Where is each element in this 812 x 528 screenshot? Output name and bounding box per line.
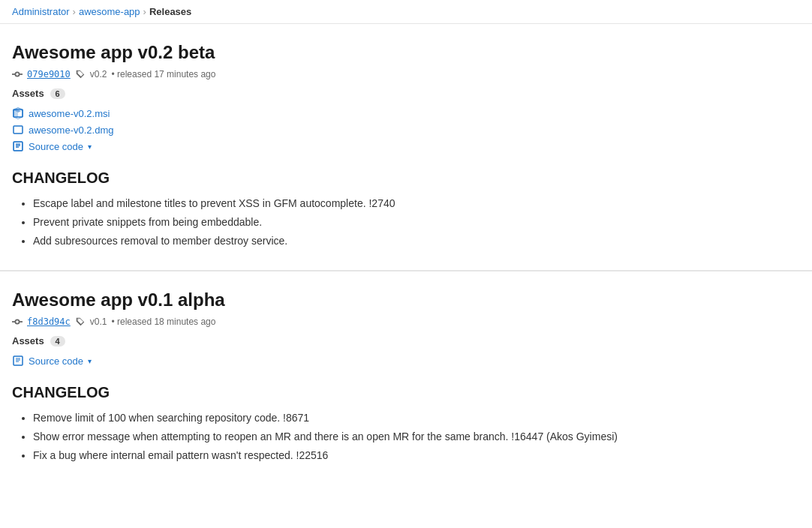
commit-hash-link[interactable]: 079e9010: [27, 69, 71, 80]
changelog-item: Remove limit of 100 when searching repos…: [33, 410, 800, 426]
release-time: • released 17 minutes ago: [111, 69, 215, 80]
tag-name: v0.2: [90, 69, 107, 80]
assets-label: Assets: [12, 335, 44, 346]
source-code-icon: [12, 140, 24, 152]
release-time: • released 18 minutes ago: [111, 316, 215, 327]
svg-point-6: [15, 320, 19, 323]
commit-hash-link[interactable]: f8d3d94c: [27, 316, 71, 327]
breadcrumb-separator-2: ›: [143, 6, 146, 17]
breadcrumb-repo-link[interactable]: awesome-app: [79, 6, 140, 17]
svg-rect-4: [14, 126, 23, 134]
asset-file-link[interactable]: awesome-v0.2.msi: [12, 105, 800, 122]
source-code-label: Source code: [29, 141, 83, 152]
changelog-item: Add subresources removal to member destr…: [33, 233, 800, 249]
release-title: Awesome app v0.1 alpha: [12, 290, 800, 310]
changelog-list: Remove limit of 100 when searching repos…: [12, 410, 800, 464]
release-entry: Awesome app v0.2 beta 079e9010 v0.2 • re…: [0, 24, 812, 271]
changelog-heading: CHANGELOG: [12, 170, 800, 187]
changelog-section: CHANGELOG Escape label and milestone tit…: [12, 170, 800, 249]
assets-section: Assets 4: [12, 334, 800, 346]
release-meta: f8d3d94c v0.1 • released 18 minutes ago: [12, 316, 800, 327]
assets-section: Assets 6: [12, 87, 800, 99]
release-title: Awesome app v0.2 beta: [12, 42, 800, 63]
assets-label: Assets: [12, 88, 44, 99]
source-code-label: Source code: [29, 356, 83, 367]
svg-point-0: [15, 72, 19, 76]
release-meta: 079e9010 v0.2 • released 17 minutes ago: [12, 69, 800, 80]
source-code-chevron: ▾: [88, 357, 92, 365]
asset-files-list: awesome-v0.2.msi awesome-v0.2.dmg: [12, 105, 800, 138]
releases-container: Awesome app v0.2 beta 079e9010 v0.2 • re…: [0, 24, 812, 484]
breadcrumb-separator-1: ›: [73, 6, 76, 17]
source-code-icon: [12, 355, 24, 367]
svg-rect-9: [14, 356, 23, 365]
package-icon: [12, 124, 24, 136]
breadcrumb: Administrator › awesome-app › Releases: [0, 0, 812, 24]
changelog-item: Show error message when attempting to re…: [33, 429, 800, 445]
source-code-link[interactable]: Source code ▾: [12, 138, 800, 154]
changelog-item: Fix a bug where internal email pattern w…: [33, 448, 800, 464]
changelog-section: CHANGELOG Remove limit of 100 when searc…: [12, 384, 800, 464]
asset-file-link[interactable]: awesome-v0.2.dmg: [12, 122, 800, 138]
breadcrumb-current: Releases: [149, 6, 191, 17]
breadcrumb-admin-link[interactable]: Administrator: [12, 6, 70, 17]
asset-file-name: awesome-v0.2.dmg: [29, 124, 113, 136]
commit-icon: [12, 69, 23, 80]
source-code-link[interactable]: Source code ▾: [12, 352, 800, 369]
changelog-item: Escape label and milestone titles to pre…: [33, 196, 800, 212]
tag-icon: [75, 316, 86, 327]
package-icon: [12, 107, 24, 119]
changelog-heading: CHANGELOG: [12, 384, 800, 401]
tag-icon: [75, 69, 86, 80]
source-code-chevron: ▾: [88, 142, 92, 151]
assets-count: 6: [50, 88, 65, 99]
asset-file-name: awesome-v0.2.msi: [29, 108, 110, 119]
changelog-list: Escape label and milestone titles to pre…: [12, 196, 800, 249]
changelog-item: Prevent private snippets from being embe…: [33, 214, 800, 230]
assets-count: 4: [50, 336, 65, 346]
release-entry: Awesome app v0.1 alpha f8d3d94c v0.1 • r…: [0, 272, 812, 484]
release-divider: [0, 271, 812, 272]
tag-name: v0.1: [90, 316, 107, 327]
commit-icon: [12, 316, 23, 327]
